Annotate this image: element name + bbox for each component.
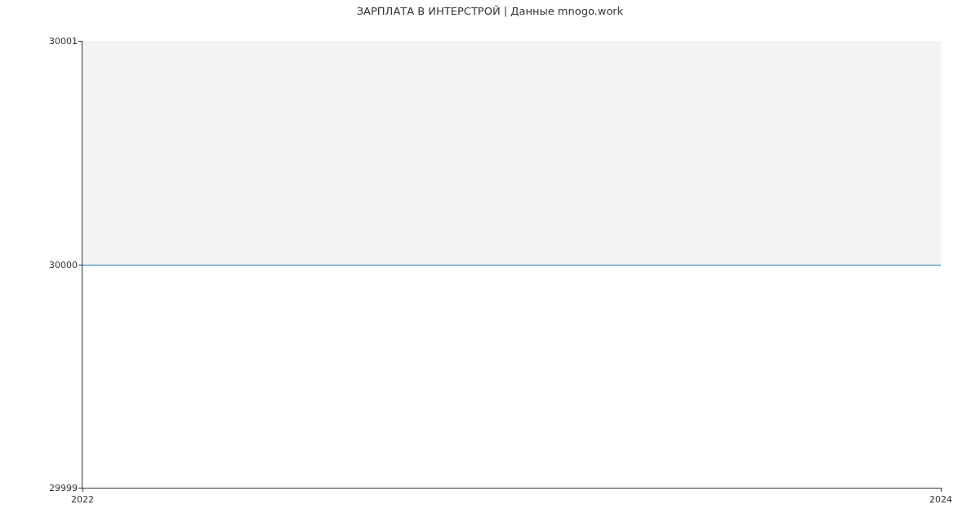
y-tick-label: 29999 xyxy=(49,483,78,493)
chart-title: ЗАРПЛАТА В ИНТЕРСТРОЙ | Данные mnogo.wor… xyxy=(0,5,980,17)
plot-area: 30001 30000 29999 2022 2024 xyxy=(82,41,941,489)
y-tick-label: 30000 xyxy=(49,259,78,270)
x-tick-label: 2024 xyxy=(929,494,952,505)
data-line xyxy=(82,265,941,266)
x-tick-mark xyxy=(82,488,83,492)
area-fill xyxy=(82,41,941,265)
chart-container: ЗАРПЛАТА В ИНТЕРСТРОЙ | Данные mnogo.wor… xyxy=(0,0,980,531)
y-tick-mark xyxy=(78,265,82,266)
y-tick-label: 30001 xyxy=(49,36,78,47)
x-tick-label: 2022 xyxy=(71,494,94,505)
y-tick-mark xyxy=(78,41,82,42)
x-tick-mark xyxy=(941,488,942,492)
